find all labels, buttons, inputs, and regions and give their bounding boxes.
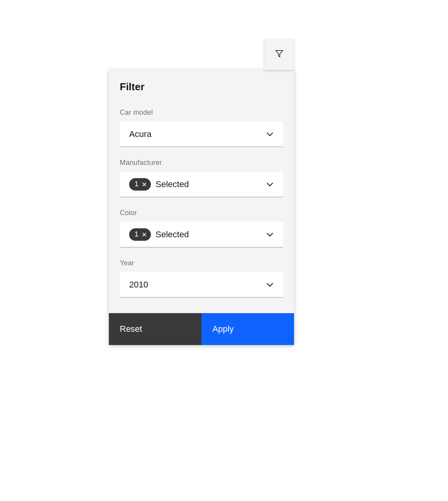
apply-button[interactable]: Apply <box>201 313 294 345</box>
filter-panel-header: Filter <box>109 70 294 93</box>
manufacturer-tag-count: 1 <box>135 180 138 188</box>
panel-title: Filter <box>120 81 283 93</box>
field-car-model: Car model Acura <box>120 109 283 147</box>
year-dropdown[interactable]: 2010 <box>120 272 283 298</box>
car-model-value: Acura <box>129 129 266 139</box>
reset-button[interactable]: Reset <box>109 313 201 345</box>
manufacturer-label: Manufacturer <box>120 159 283 167</box>
year-label: Year <box>120 259 283 267</box>
chevron-down-icon <box>266 180 274 188</box>
car-model-dropdown[interactable]: Acura <box>120 121 283 147</box>
field-manufacturer: Manufacturer 1 Selected <box>120 159 283 197</box>
manufacturer-dropdown[interactable]: 1 Selected <box>120 172 283 197</box>
year-value: 2010 <box>129 280 266 290</box>
chevron-down-icon <box>266 281 274 289</box>
color-tag-count: 1 <box>135 230 138 238</box>
filter-icon <box>275 49 284 60</box>
filter-panel-body: Car model Acura Manufacturer 1 <box>109 93 294 313</box>
car-model-label: Car model <box>120 109 283 117</box>
filter-panel: Filter Car model Acura Manufacturer 1 <box>109 70 294 345</box>
color-label: Color <box>120 209 283 217</box>
field-color: Color 1 Selected <box>120 209 283 247</box>
chevron-down-icon <box>266 231 274 238</box>
filter-panel-wrapper: Filter Car model Acura Manufacturer 1 <box>109 39 294 314</box>
manufacturer-selected-text: Selected <box>156 179 189 189</box>
manufacturer-tag[interactable]: 1 <box>129 178 151 191</box>
close-icon[interactable] <box>142 232 147 237</box>
color-selected-text: Selected <box>156 229 189 240</box>
close-icon[interactable] <box>142 182 147 187</box>
chevron-down-icon <box>266 130 274 138</box>
filter-panel-footer: Reset Apply <box>109 313 294 345</box>
color-tag[interactable]: 1 <box>129 228 151 241</box>
color-dropdown[interactable]: 1 Selected <box>120 222 283 247</box>
filter-toggle-tab[interactable] <box>264 39 294 70</box>
field-year: Year 2010 <box>120 259 283 298</box>
